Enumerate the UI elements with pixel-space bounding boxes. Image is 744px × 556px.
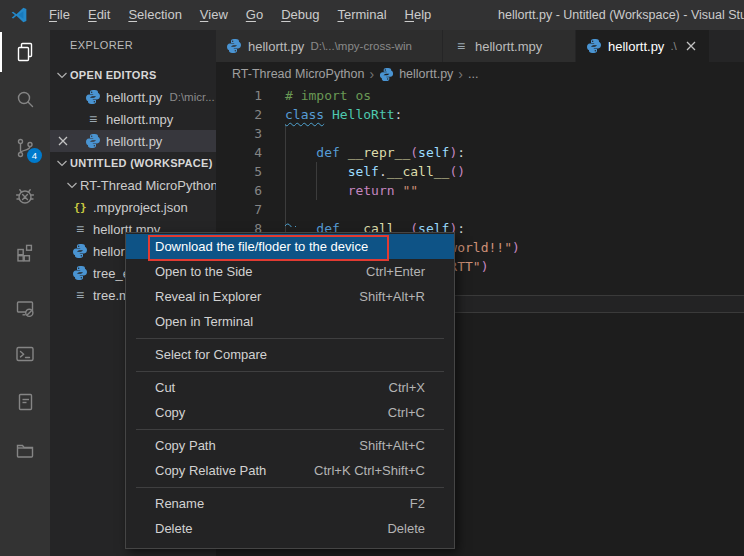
mpy-file-icon: ≡ xyxy=(85,111,101,127)
scm-badge: 4 xyxy=(27,148,42,163)
code-line: 3 xyxy=(216,124,744,143)
tab-label: hellortt.py xyxy=(248,39,304,54)
chevron-down-icon[interactable] xyxy=(64,177,80,193)
menu-item-shortcut: Ctrl+C xyxy=(388,405,425,420)
menubar-item-terminal[interactable]: Terminal xyxy=(328,0,395,30)
activity-folder-explorer-icon[interactable] xyxy=(13,438,37,462)
tab-label: hellortt.py xyxy=(608,39,664,54)
menubar-item-help[interactable]: Help xyxy=(396,0,441,30)
context-menu-item-reveal-in-explorer[interactable]: Reveal in ExplorerShift+Alt+R xyxy=(126,284,454,309)
close-tab-icon[interactable] xyxy=(683,38,699,54)
code-line: 1# import os xyxy=(216,86,744,105)
line-number: 3 xyxy=(216,124,262,143)
context-menu-item-delete[interactable]: DeleteDelete xyxy=(126,516,454,541)
chevron-down-icon[interactable] xyxy=(54,155,70,171)
breadcrumb-item[interactable]: hellortt.py xyxy=(399,67,453,81)
tree-item[interactable]: {}.mpyproject.json xyxy=(50,196,216,218)
tab-path-hint: .\ xyxy=(670,40,676,52)
activity-debug-icon[interactable] xyxy=(13,184,37,208)
code-text: class HelloRtt: xyxy=(285,105,402,124)
context-menu-item-copy-relative-path[interactable]: Copy Relative PathCtrl+K Ctrl+Shift+C xyxy=(126,458,454,483)
menu-item-label: Open to the Side xyxy=(155,264,253,279)
line-number: 2 xyxy=(216,105,262,124)
activity-search-icon[interactable] xyxy=(13,88,37,112)
mpy-file-icon: ≡ xyxy=(72,287,88,303)
activity-extensions-icon[interactable] xyxy=(13,240,37,264)
context-menu-item-open-in-terminal[interactable]: Open in Terminal xyxy=(126,309,454,334)
breadcrumb-separator-icon: › xyxy=(369,66,374,82)
tab-hellortt.py[interactable]: hellortt.py.\ xyxy=(576,30,710,62)
window-title: hellortt.py - Untitled (Workspace) - Vis… xyxy=(498,0,744,30)
menubar-item-file[interactable]: File xyxy=(40,0,79,30)
menu-item-label: Copy xyxy=(155,405,185,420)
close-editor-icon[interactable] xyxy=(55,133,71,149)
context-menu-item-select-for-compare[interactable]: Select for Compare xyxy=(126,342,454,367)
python-file-icon xyxy=(85,133,101,149)
menu-item-label: Cut xyxy=(155,380,175,395)
python-file-icon xyxy=(72,265,88,281)
code-text: return "" xyxy=(285,181,418,200)
menu-item-label: Copy Path xyxy=(155,438,216,453)
tab-path-hint: D:\...\mpy-cross-win xyxy=(310,40,412,52)
file-label: .mpyproject.json xyxy=(93,200,188,215)
breadcrumb: RT-Thread MicroPython›hellortt.py›... xyxy=(216,62,744,86)
active-view-indicator xyxy=(0,32,2,72)
code-text: # import os xyxy=(285,86,371,105)
menubar-item-view[interactable]: View xyxy=(191,0,237,30)
activity-explorer-icon[interactable] xyxy=(13,40,37,64)
activity-output-icon[interactable] xyxy=(13,390,37,414)
json-file-icon: {} xyxy=(72,199,88,215)
context-menu-item-rename[interactable]: RenameF2 xyxy=(126,491,454,516)
menu-item-label: Delete xyxy=(155,521,193,536)
menubar-item-go[interactable]: Go xyxy=(237,0,272,30)
open-editor-item[interactable]: hellortt.py xyxy=(50,130,216,152)
code-line: 5 self.__call__() xyxy=(216,162,744,181)
breadcrumb-separator-icon: › xyxy=(458,66,463,82)
menu-item-shortcut: F2 xyxy=(410,496,425,511)
context-menu-item-open-to-the-side[interactable]: Open to the SideCtrl+Enter xyxy=(126,259,454,284)
breadcrumb-item[interactable]: RT-Thread MicroPython xyxy=(232,67,364,81)
activity-terminal-icon[interactable] xyxy=(13,342,37,366)
python-file-icon xyxy=(85,89,101,105)
chevron-down-icon[interactable] xyxy=(54,67,70,83)
menu-item-label: Reveal in Explorer xyxy=(155,289,261,304)
line-number: 6 xyxy=(216,181,262,200)
line-number: 5 xyxy=(216,162,262,181)
title-bar: FileEditSelectionViewGoDebugTerminalHelp… xyxy=(0,0,744,30)
mpy-file-icon: ≡ xyxy=(453,38,469,54)
code-line: 4 def __repr__(self): xyxy=(216,143,744,162)
breadcrumb-item[interactable]: ... xyxy=(468,67,478,81)
context-menu-item-copy[interactable]: CopyCtrl+C xyxy=(126,400,454,425)
menu-item-label: Rename xyxy=(155,496,204,511)
python-file-icon xyxy=(226,38,242,54)
section-label: UNTITLED (WORKSPACE) xyxy=(70,157,213,169)
menu-separator xyxy=(126,425,454,433)
tab-hellortt.mpy[interactable]: ≡hellortt.mpy xyxy=(443,30,576,62)
menu-item-shortcut: Ctrl+Enter xyxy=(366,264,425,279)
menu-item-shortcut: Ctrl+X xyxy=(389,380,425,395)
section-workspace[interactable]: UNTITLED (WORKSPACE) xyxy=(50,152,216,174)
tab-bar: hellortt.pyD:\...\mpy-cross-win≡hellortt… xyxy=(216,30,744,62)
menubar-item-edit[interactable]: Edit xyxy=(79,0,119,30)
menu-separator xyxy=(126,483,454,491)
tree-folder-rt-thread[interactable]: RT-Thread MicroPython xyxy=(50,174,216,196)
tab-hellortt.py[interactable]: hellortt.pyD:\...\mpy-cross-win xyxy=(216,30,443,62)
menu-item-shortcut: Ctrl+K Ctrl+Shift+C xyxy=(314,463,425,478)
sidebar-title: EXPLORER xyxy=(70,39,133,51)
context-menu-item-download-the-file-floder-to-the-device[interactable]: Download the file/floder to the device xyxy=(126,234,454,259)
tab-label: hellortt.mpy xyxy=(475,39,542,54)
menubar-item-selection[interactable]: Selection xyxy=(119,0,190,30)
menubar-item-debug[interactable]: Debug xyxy=(272,0,328,30)
menu-separator xyxy=(126,367,454,375)
open-editor-item[interactable]: ≡hellortt.mpy xyxy=(50,108,216,130)
context-menu-item-cut[interactable]: CutCtrl+X xyxy=(126,375,454,400)
folder-label: RT-Thread MicroPython xyxy=(80,178,216,193)
open-editor-item[interactable]: hellortt.pyD:\micr... xyxy=(50,86,216,108)
section-open-editors[interactable]: OPEN EDITORS xyxy=(50,64,216,86)
activity-remote-device-icon[interactable] xyxy=(13,296,37,320)
activity-bar: 4 xyxy=(0,30,50,556)
context-menu-item-copy-path[interactable]: Copy PathShift+Alt+C xyxy=(126,433,454,458)
code-text: def __repr__(self): xyxy=(285,143,465,162)
menu-separator xyxy=(126,334,454,342)
vscode-logo-icon xyxy=(10,6,28,24)
